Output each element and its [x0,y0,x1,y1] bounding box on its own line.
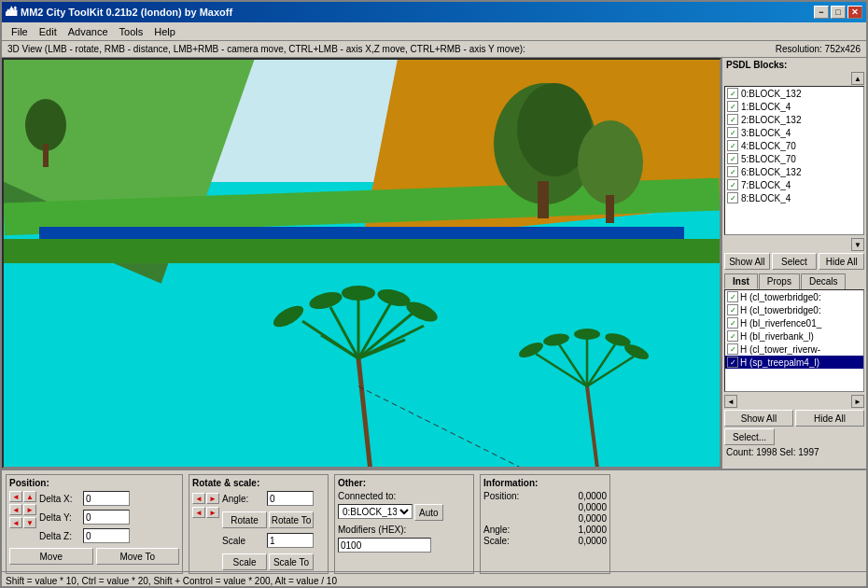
delta-x-input[interactable] [83,491,130,506]
menu-help[interactable]: Help [148,24,181,39]
rotate-title: Rotate & scale: [192,478,325,488]
controls-row: Position: ◄ ▲ ◄ ► ◄ ▼ [2,470,866,578]
scale-input[interactable] [267,533,314,548]
scale-arrow-left[interactable]: ◄ [192,507,205,518]
blocks-scroll-down[interactable]: ▼ [851,238,864,251]
block-checkbox[interactable]: ✓ [727,153,738,164]
block-checkbox[interactable]: ✓ [727,101,738,112]
scale-to-button[interactable]: Scale To [269,553,314,570]
rotate-content: ◄ ► ◄ ► Angle: Rotate Rotate To [192,491,325,570]
inst-item-selected[interactable]: ✓H (sp_treepalm4_l) [725,356,863,369]
angle-label: Angle: [222,494,264,504]
inst-item[interactable]: ✓H (cl_towerbridge0: [725,303,863,316]
info-position-label: Position: [483,491,519,501]
block-checkbox[interactable]: ✓ [727,88,738,99]
inst-checkbox[interactable]: ✓ [727,330,738,342]
tab-inst[interactable]: Inst [724,273,758,289]
scale-button[interactable]: Scale [222,553,267,570]
inst-select-button[interactable]: Select... [724,428,775,445]
svg-point-17 [308,289,344,313]
move-to-button[interactable]: Move To [96,548,180,565]
inst-scroll-right[interactable]: ► [851,395,864,408]
pos-arrow-up-left[interactable]: ◄ [9,491,22,502]
pos-arrow-down-down[interactable]: ▼ [23,517,36,528]
block-item[interactable]: ✓1:BLOCK_4 [725,100,863,113]
menu-tools[interactable]: Tools [114,24,149,39]
svg-rect-1 [43,144,49,167]
move-button[interactable]: Move [9,548,93,565]
inst-hide-all-button[interactable]: Hide All [795,410,864,427]
blocks-list[interactable]: ✓0:BLOCK_132 ✓1:BLOCK_4 ✓2:BLOCK_132 ✓3:… [724,86,864,235]
select-btn-row: Select... [724,428,864,445]
blocks-hide-all-button[interactable]: Hide All [819,253,864,270]
rot-arrow-left[interactable]: ◄ [192,493,205,504]
pos-arrow-mid-right[interactable]: ► [23,504,36,515]
modifiers-input[interactable] [338,538,431,553]
inst-item[interactable]: ✓H (cl_towerbridge0: [725,290,863,303]
delta-z-input[interactable] [83,528,130,543]
inst-show-all-button[interactable]: Show All [724,410,793,427]
inst-checkbox[interactable]: ✓ [727,343,738,355]
delta-y-input[interactable] [83,510,130,525]
rotate-to-button[interactable]: Rotate To [269,511,314,528]
svg-point-16 [270,301,306,331]
svg-line-7 [358,358,372,467]
block-checkbox[interactable]: ✓ [727,127,738,138]
inst-checkbox[interactable]: ✓ [727,291,738,302]
blocks-show-all-button[interactable]: Show All [724,253,770,270]
delta-x-label: Delta X: [39,494,81,504]
tab-decals[interactable]: Decals [801,273,847,289]
tab-props[interactable]: Props [759,273,800,289]
block-item[interactable]: ✓0:BLOCK_132 [725,87,863,100]
maximize-button[interactable]: □ [831,6,846,19]
block-item[interactable]: ✓5:BLOCK_70 [725,152,863,165]
title-bar: 🏙 MM2 City ToolKit 0.21b2 (london) by Ma… [2,2,866,22]
pos-arrow-down-left[interactable]: ◄ [9,517,22,528]
inst-item[interactable]: ✓H (bl_riverbank_l) [725,329,863,343]
scale-arrow-right[interactable]: ► [206,507,219,518]
rot-arrow-right[interactable]: ► [206,493,219,504]
blocks-scroll-up[interactable]: ▲ [851,72,864,85]
connected-select[interactable]: 0:BLOCK_132 [338,504,413,519]
svg-point-0 [25,99,66,151]
info-scale-row: Scale: 0,0000 [483,536,607,546]
angle-row: Angle: [222,491,314,506]
block-checkbox[interactable]: ✓ [727,140,738,151]
block-checkbox[interactable]: ✓ [727,114,738,125]
inst-item[interactable]: ✓H (bl_riverfence01_ [725,316,863,329]
inst-checkbox[interactable]: ✓ [727,304,738,315]
modifiers-row: Modifiers (HEX): [338,525,470,535]
block-checkbox[interactable]: ✓ [727,179,738,190]
block-item[interactable]: ✓4:BLOCK_70 [725,139,863,152]
auto-button[interactable]: Auto [414,504,443,521]
menu-file[interactable]: File [6,24,34,39]
block-item[interactable]: ✓7:BLOCK_4 [725,178,863,191]
close-button[interactable]: ✕ [847,6,862,19]
delta-y-row: Delta Y: [39,510,130,525]
block-checkbox[interactable]: ✓ [727,192,738,203]
block-item[interactable]: ✓3:BLOCK_4 [725,126,863,139]
angle-input[interactable] [267,491,314,506]
blocks-select-button[interactable]: Select [772,253,818,270]
count-label: Count: 1998 Sel: 1997 [724,447,864,457]
menu-advance[interactable]: Advance [63,24,114,39]
inst-item[interactable]: ✓H (cl_tower_riverw- [725,343,863,356]
viewport[interactable] [2,58,721,469]
block-item[interactable]: ✓8:BLOCK_4 [725,191,863,204]
pos-arrow-up-up[interactable]: ▲ [23,491,36,502]
menu-edit[interactable]: Edit [34,24,63,39]
info-panel: Information: Position: 0,0000 0,0000 0,0… [480,474,610,574]
other-panel: Other: Connected to: 0:BLOCK_132 Auto Mo… [334,474,474,574]
pos-arrow-mid-left[interactable]: ◄ [9,504,22,515]
minimize-button[interactable]: − [814,6,829,19]
inst-list[interactable]: ✓H (cl_towerbridge0: ✓H (cl_towerbridge0… [724,289,864,392]
inst-checkbox[interactable]: ✓ [727,317,738,329]
inst-scroll-left[interactable]: ◄ [724,395,737,408]
block-item[interactable]: ✓6:BLOCK_132 [725,165,863,178]
modifiers-label: Modifiers (HEX): [338,525,406,535]
rotate-button[interactable]: Rotate [222,511,267,528]
tabs: Inst Props Decals [724,273,864,289]
block-checkbox[interactable]: ✓ [727,166,738,177]
inst-checkbox-selected[interactable]: ✓ [727,357,738,368]
block-item[interactable]: ✓2:BLOCK_132 [725,113,863,126]
